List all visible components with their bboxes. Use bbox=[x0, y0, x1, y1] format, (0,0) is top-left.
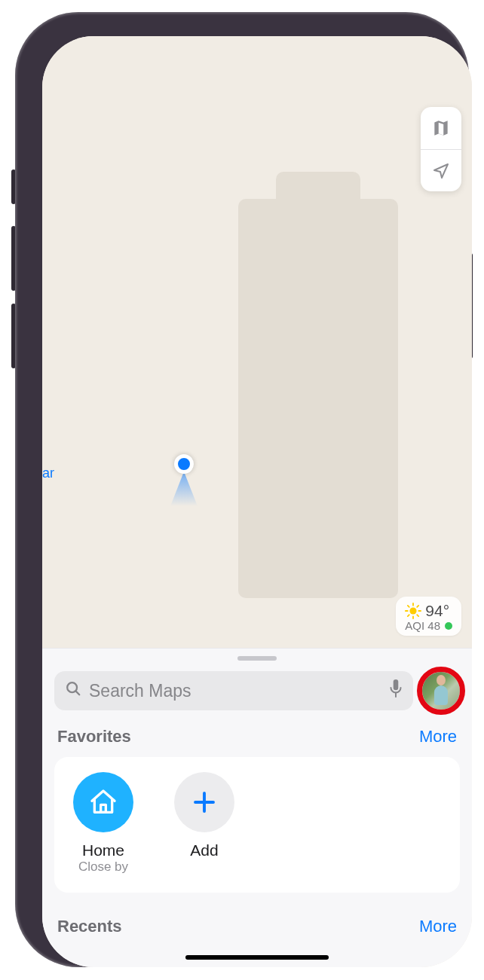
recents-more-button[interactable]: More bbox=[419, 917, 457, 936]
dictation-icon[interactable] bbox=[389, 679, 403, 702]
svg-point-0 bbox=[410, 607, 417, 614]
map-canvas[interactable]: ar 94° AQI 48 bbox=[42, 36, 472, 648]
map-label-fragment: ar bbox=[42, 466, 54, 481]
map-controls bbox=[421, 107, 461, 191]
weather-temp: 94° bbox=[425, 602, 449, 619]
screen: 12:36 99 ar bbox=[42, 36, 472, 967]
plus-icon bbox=[174, 772, 234, 832]
search-field[interactable]: Search Maps bbox=[54, 671, 413, 710]
favorite-home-label: Home bbox=[69, 841, 137, 859]
svg-line-8 bbox=[418, 606, 419, 607]
favorites-title: Favorites bbox=[57, 727, 131, 746]
weather-widget[interactable]: 94° AQI 48 bbox=[396, 597, 461, 636]
favorite-home[interactable]: Home Close by bbox=[69, 772, 137, 875]
svg-line-10 bbox=[76, 691, 80, 695]
favorite-add-label: Add bbox=[170, 841, 238, 859]
bottom-sheet[interactable]: Search Maps Favorites More bbox=[42, 648, 472, 967]
recents-title: Recents bbox=[57, 917, 122, 936]
favorite-add[interactable]: Add bbox=[170, 772, 238, 875]
locate-me-button[interactable] bbox=[421, 149, 461, 191]
svg-line-6 bbox=[418, 615, 419, 616]
svg-rect-11 bbox=[394, 679, 399, 690]
phone-frame: 12:36 99 ar bbox=[15, 12, 469, 967]
weather-aqi: AQI 48 bbox=[405, 620, 440, 633]
home-indicator[interactable] bbox=[185, 955, 329, 960]
search-placeholder: Search Maps bbox=[89, 681, 381, 701]
user-location-dot[interactable] bbox=[174, 454, 194, 474]
map-mode-button[interactable] bbox=[421, 107, 461, 149]
aqi-status-dot bbox=[445, 622, 452, 630]
favorites-card: Home Close by Add bbox=[54, 757, 460, 893]
home-icon bbox=[73, 772, 133, 832]
favorite-home-sub: Close by bbox=[69, 859, 137, 875]
profile-avatar[interactable] bbox=[422, 672, 460, 710]
svg-rect-13 bbox=[101, 804, 106, 812]
user-heading-beam bbox=[170, 472, 198, 506]
search-icon bbox=[65, 680, 81, 701]
favorites-more-button[interactable]: More bbox=[419, 727, 457, 746]
sheet-grabber[interactable] bbox=[237, 656, 277, 661]
svg-line-5 bbox=[408, 606, 409, 607]
svg-line-7 bbox=[408, 615, 409, 616]
map-building-shape bbox=[238, 199, 398, 598]
sun-icon bbox=[405, 603, 421, 619]
